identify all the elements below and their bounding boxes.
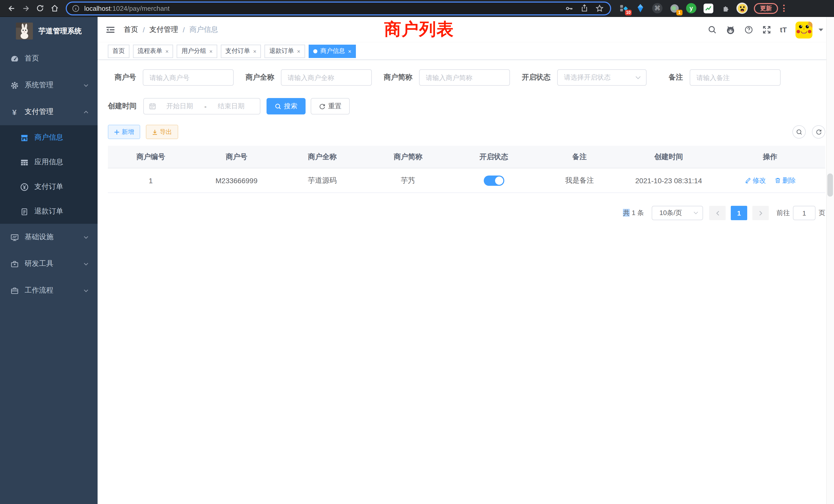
extension-recorder-icon[interactable]: 1 xyxy=(668,3,680,14)
delete-link[interactable]: 删除 xyxy=(774,176,796,185)
breadcrumb-section[interactable]: 支付管理 xyxy=(150,25,178,35)
browser-reload-button[interactable] xyxy=(33,1,47,16)
refresh-table-button[interactable] xyxy=(812,125,825,139)
password-key-icon[interactable] xyxy=(565,4,574,13)
tab-flow-form[interactable]: 流程表单× xyxy=(133,44,173,58)
github-icon[interactable] xyxy=(726,25,736,35)
sidebar-item-infrastructure[interactable]: 基础设施 xyxy=(0,224,97,250)
back-arrow-icon xyxy=(7,4,16,13)
date-range-separator: - xyxy=(203,102,208,110)
font-size-icon[interactable]: tT xyxy=(780,26,787,34)
close-icon[interactable]: × xyxy=(253,48,257,54)
scrollbar-thumb[interactable] xyxy=(827,174,833,197)
sidebar-item-app-info[interactable]: 应用信息 xyxy=(0,150,97,175)
sidebar-item-label: 系统管理 xyxy=(25,81,53,90)
address-bar[interactable]: localhost:1024/pay/merchant xyxy=(66,1,611,15)
forward-arrow-icon xyxy=(21,4,30,13)
close-icon[interactable]: × xyxy=(209,48,213,54)
sidebar-item-workflow[interactable]: 工作流程 xyxy=(0,277,97,304)
page-1-button[interactable]: 1 xyxy=(731,206,747,220)
briefcase-icon xyxy=(10,286,19,295)
merchant-no-input[interactable] xyxy=(143,69,234,86)
tab-merchant-info-active[interactable]: 商户信息× xyxy=(309,44,356,58)
tab-refund-order[interactable]: 退款订单× xyxy=(265,44,305,58)
sidebar-collapse-button[interactable] xyxy=(105,25,115,35)
breadcrumb-home[interactable]: 首页 xyxy=(124,25,138,35)
page-size-select[interactable]: 10条/页 xyxy=(652,206,703,220)
browser-profile-avatar[interactable] xyxy=(737,3,748,14)
full-name-label: 商户全称 xyxy=(245,73,274,82)
share-icon[interactable] xyxy=(580,4,589,12)
edit-link[interactable]: 修改 xyxy=(744,176,766,185)
yen-icon: ¥ xyxy=(10,108,19,116)
status-select[interactable]: 请选择开启状态 xyxy=(557,69,646,86)
sidebar-item-home[interactable]: 首页 xyxy=(0,45,97,72)
payment-submenu: 商户信息 应用信息 支付订单 退款订单 xyxy=(0,125,97,224)
add-button[interactable]: 新增 xyxy=(108,125,140,139)
close-icon[interactable]: × xyxy=(297,48,301,54)
export-button[interactable]: 导出 xyxy=(146,125,178,139)
sidebar-item-payment[interactable]: ¥ 支付管理 xyxy=(0,98,97,125)
app-title: 芋道管理系统 xyxy=(39,26,82,36)
bookmark-star-icon[interactable] xyxy=(595,4,604,13)
tab-home[interactable]: 首页 xyxy=(108,44,129,58)
browser-update-button[interactable]: 更新 xyxy=(754,3,778,14)
reset-button[interactable]: 重置 xyxy=(311,98,350,114)
sidebar-item-refund-order[interactable]: 退款订单 xyxy=(0,199,97,224)
merchant-table: 商户编号 商户号 商户全称 商户简称 开启状态 备注 创建时间 操作 1 M23… xyxy=(108,146,825,193)
remark-input[interactable] xyxy=(690,69,781,86)
url-host: localhost xyxy=(84,4,111,12)
edit-pen-icon xyxy=(744,177,751,184)
screen: localhost:1024/pay/merchant 10 ⌘ 1 xyxy=(0,0,834,504)
extension-notes-icon[interactable] xyxy=(703,3,714,14)
extension-y-icon[interactable]: y xyxy=(686,3,697,14)
close-icon[interactable]: × xyxy=(166,48,169,54)
tab-pay-order[interactable]: 支付订单× xyxy=(221,44,261,58)
breadcrumb-separator: / xyxy=(183,26,185,34)
cell-create-time: 2021-10-23 08:31:14 xyxy=(622,176,715,184)
short-name-input[interactable] xyxy=(419,69,510,86)
user-avatar[interactable] xyxy=(795,21,812,38)
page-scrollbar[interactable] xyxy=(826,17,834,504)
plus-icon xyxy=(114,129,120,135)
table-header-row: 商户编号 商户号 商户全称 商户简称 开启状态 备注 创建时间 操作 xyxy=(108,146,825,168)
status-toggle-on[interactable] xyxy=(483,175,504,186)
fullscreen-icon[interactable] xyxy=(762,25,771,35)
sidebar-item-system[interactable]: 系统管理 xyxy=(0,72,97,98)
extension-gem-icon[interactable] xyxy=(635,3,646,14)
cell-actions: 修改 删除 xyxy=(715,176,825,185)
table-row: 1 M233666999 芋道源码 芋艿 我是备注 2021-10-23 08:… xyxy=(108,168,825,193)
app-logo-row[interactable]: 芋道管理系统 xyxy=(0,17,97,45)
create-time-range-picker[interactable]: 开始日期 - 结束日期 xyxy=(143,98,260,114)
close-icon[interactable]: × xyxy=(348,48,352,54)
browser-home-button[interactable] xyxy=(47,1,62,16)
url-text: localhost:1024/pay/merchant xyxy=(84,4,170,12)
chevron-down-icon xyxy=(693,211,698,214)
table-grid-icon xyxy=(20,158,29,166)
hide-search-button[interactable] xyxy=(792,125,806,139)
site-info-icon[interactable] xyxy=(70,3,81,14)
user-caret-down-icon[interactable] xyxy=(818,28,824,32)
dashboard-icon xyxy=(10,54,19,63)
sidebar-item-merchant-info[interactable]: 商户信息 xyxy=(0,125,97,150)
delete-link-label: 删除 xyxy=(783,176,796,185)
prev-page-button[interactable] xyxy=(709,206,726,220)
goto-page-input[interactable] xyxy=(793,206,815,220)
full-name-input[interactable] xyxy=(281,69,372,86)
next-page-button[interactable] xyxy=(752,206,769,220)
browser-back-button[interactable] xyxy=(4,1,19,16)
tab-user-group[interactable]: 用户分组× xyxy=(177,44,217,58)
navbar-actions: tT xyxy=(708,21,824,38)
browser-forward-button[interactable] xyxy=(19,1,33,16)
extension-command-icon[interactable]: ⌘ xyxy=(652,3,663,14)
chevron-down-icon xyxy=(83,83,89,88)
help-icon[interactable] xyxy=(744,25,753,35)
extension-grid-icon[interactable]: 10 xyxy=(618,3,629,14)
header-search-icon[interactable] xyxy=(708,25,717,35)
search-button[interactable]: 搜索 xyxy=(266,98,306,114)
browser-menu-button[interactable] xyxy=(783,5,785,12)
sidebar-item-pay-order[interactable]: 支付订单 xyxy=(0,175,97,199)
sidebar-item-devtools[interactable]: 研发工具 xyxy=(0,250,97,277)
extensions-puzzle-icon[interactable] xyxy=(720,3,731,14)
pagination-total: 共1 条 xyxy=(623,208,644,217)
